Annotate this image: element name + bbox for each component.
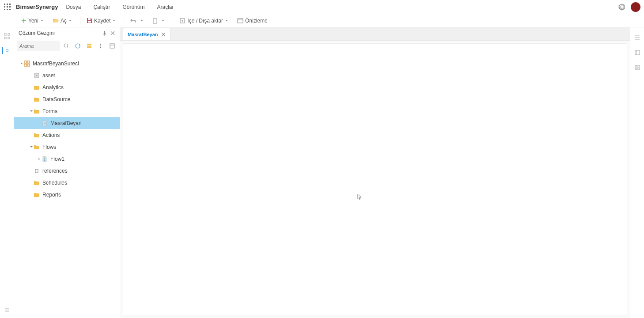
tree-flow1[interactable]: Flow1 <box>14 153 120 165</box>
project-icon <box>24 61 30 67</box>
refresh-icon <box>75 43 81 49</box>
save-button[interactable]: Kaydet <box>83 16 121 25</box>
svg-rect-38 <box>638 68 640 70</box>
svg-rect-14 <box>238 19 243 23</box>
svg-rect-35 <box>635 65 637 67</box>
new-button[interactable]: Yeni <box>18 16 49 25</box>
rail-components-icon[interactable] <box>634 64 640 71</box>
asset-icon <box>34 72 40 79</box>
import-export-label: İçe / Dışa aktar <box>187 18 223 24</box>
svg-rect-28 <box>24 64 27 66</box>
close-icon[interactable] <box>161 32 166 37</box>
tree-datasource-label: DataSource <box>42 96 70 102</box>
caret-down-icon <box>20 62 23 65</box>
tree-form-masrafbeyan[interactable]: MasrafBeyan <box>14 117 120 129</box>
svg-rect-3 <box>4 6 5 8</box>
svg-rect-27 <box>27 61 30 63</box>
settings-icon[interactable] <box>618 4 625 11</box>
close-icon[interactable] <box>110 30 115 36</box>
panel-button[interactable] <box>107 41 117 51</box>
more-button[interactable] <box>96 41 106 51</box>
tree-root[interactable]: MasrafBeyanSureci <box>14 57 120 69</box>
chevron-down-icon <box>68 19 72 23</box>
svg-rect-21 <box>87 46 91 48</box>
menu-view[interactable]: Görünüm <box>122 4 144 10</box>
svg-rect-16 <box>8 34 10 35</box>
open-button[interactable]: Aç <box>49 16 77 25</box>
tree-analytics[interactable]: Analytics <box>14 81 120 93</box>
tree-asset-label: asset <box>42 72 55 79</box>
svg-point-23 <box>100 45 101 46</box>
search-input-wrapper[interactable] <box>17 41 60 51</box>
svg-rect-4 <box>7 6 8 8</box>
search-button[interactable] <box>61 41 71 51</box>
right-rail <box>630 27 644 318</box>
brand: BimserSynergy <box>16 4 58 10</box>
undo-button[interactable] <box>127 17 149 25</box>
references-icon <box>34 168 40 174</box>
svg-rect-37 <box>635 68 637 70</box>
separator <box>124 16 124 25</box>
chevron-down-icon <box>112 19 116 23</box>
undo-icon <box>130 18 136 23</box>
rail-properties-icon[interactable] <box>634 49 640 56</box>
tree-forms[interactable]: Forms <box>14 105 120 117</box>
explorer-header: Çözüm Gezgini <box>14 27 120 39</box>
form-canvas[interactable] <box>123 43 627 315</box>
search-icon <box>63 43 69 49</box>
menu-tools[interactable]: Araçlar <box>157 4 174 10</box>
tree-references[interactable]: references <box>14 165 120 177</box>
new-label: Yeni <box>28 18 38 24</box>
tab-masrafbeyan[interactable]: MasrafBeyan <box>123 28 170 40</box>
paste-button[interactable] <box>149 16 170 25</box>
folder-icon <box>34 132 40 138</box>
tree-schedules[interactable]: Schedules <box>14 177 120 189</box>
chevron-down-icon <box>40 19 44 23</box>
import-export-button[interactable]: İçe / Dışa aktar <box>176 16 234 25</box>
tree-reports[interactable]: Reports <box>14 189 120 201</box>
folder-icon <box>34 144 40 150</box>
svg-rect-0 <box>4 4 5 5</box>
tab-label: MasrafBeyan <box>128 32 158 37</box>
panel-icon <box>109 43 115 49</box>
tree-flows-label: Flows <box>42 144 56 150</box>
apps-grid-icon[interactable] <box>4 3 11 11</box>
svg-rect-12 <box>154 18 156 19</box>
tree-actions[interactable]: Actions <box>14 129 120 141</box>
tree-asset[interactable]: asset <box>14 69 120 81</box>
svg-rect-25 <box>110 44 114 48</box>
svg-rect-10 <box>88 21 91 23</box>
menu-run[interactable]: Çalıştır <box>93 4 110 10</box>
plus-icon <box>21 18 27 23</box>
svg-point-19 <box>64 44 68 47</box>
tree-analytics-label: Analytics <box>42 84 64 91</box>
save-label: Kaydet <box>94 18 110 24</box>
rail-bottom-icon[interactable] <box>4 307 11 314</box>
caret-down-icon <box>30 145 33 149</box>
chevron-down-icon <box>161 19 165 23</box>
svg-rect-26 <box>24 61 27 63</box>
preview-label: Önizleme <box>245 18 268 24</box>
explorer-search-row <box>14 39 120 53</box>
svg-rect-6 <box>4 9 5 10</box>
caret-right-icon <box>38 157 41 161</box>
svg-rect-34 <box>635 50 640 55</box>
search-input[interactable] <box>19 43 57 49</box>
rail-layout-icon[interactable] <box>634 34 640 41</box>
tree-forms-label: Forms <box>42 108 57 114</box>
user-avatar[interactable] <box>631 2 640 12</box>
preview-button[interactable]: Önizleme <box>234 16 271 25</box>
menu-file[interactable]: Dosya <box>66 4 81 10</box>
rail-explorer-icon[interactable] <box>2 47 9 54</box>
svg-rect-9 <box>88 18 91 20</box>
refresh-button[interactable] <box>73 41 83 51</box>
tree-datasource[interactable]: DataSource <box>14 93 120 105</box>
tree-flows[interactable]: Flows <box>14 141 120 153</box>
svg-point-32 <box>44 157 45 159</box>
folder-icon <box>34 192 40 198</box>
svg-point-33 <box>44 159 45 161</box>
tree-actions-label: Actions <box>42 132 60 138</box>
collapse-button[interactable] <box>84 41 94 51</box>
rail-solution-icon[interactable] <box>4 33 11 40</box>
pin-icon[interactable] <box>102 30 107 36</box>
